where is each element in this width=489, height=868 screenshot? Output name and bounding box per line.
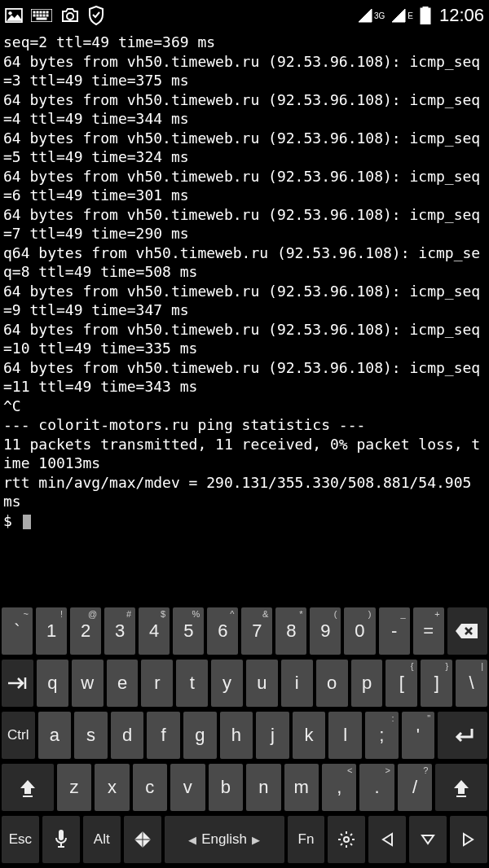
key-v[interactable]: v: [170, 764, 205, 811]
key-j[interactable]: j: [256, 712, 289, 759]
svg-rect-7: [46, 11, 48, 13]
network-e-label: E: [408, 11, 413, 20]
terminal-line: 64 bytes from vh50.timeweb.ru (92.53.96.…: [3, 90, 486, 129]
key-y[interactable]: y: [211, 660, 243, 707]
key-alt-label: |: [481, 661, 483, 671]
key-\[interactable]: \|: [456, 660, 487, 707]
arrow-left-key[interactable]: [368, 816, 406, 863]
key-4[interactable]: 4$: [139, 607, 170, 655]
key-f[interactable]: f: [147, 712, 180, 759]
esc-key[interactable]: Esc: [2, 816, 39, 863]
key-alt-label: *: [299, 609, 302, 619]
camera-icon: [60, 8, 80, 23]
key-7[interactable]: 7&: [241, 607, 272, 655]
key-p[interactable]: p: [351, 660, 383, 707]
shield-icon: [88, 6, 104, 25]
key-9[interactable]: 9(: [310, 607, 341, 655]
key-z[interactable]: z: [57, 764, 91, 811]
shift-left-key[interactable]: [2, 764, 54, 811]
svg-rect-5: [40, 11, 42, 13]
key-3[interactable]: 3#: [104, 607, 135, 655]
svg-point-24: [344, 837, 349, 842]
key-label: 8: [286, 620, 296, 642]
clock: 12:06: [439, 5, 484, 26]
key-label: ;: [379, 725, 384, 746]
key-0[interactable]: 0): [344, 607, 375, 655]
key-label: g: [195, 725, 205, 746]
mic-key[interactable]: [42, 816, 80, 863]
key-n[interactable]: n: [246, 764, 280, 811]
key-b[interactable]: b: [209, 764, 243, 811]
key-=[interactable]: =+: [413, 607, 444, 655]
key-8[interactable]: 8*: [275, 607, 306, 655]
key-x[interactable]: x: [95, 764, 129, 811]
key-a[interactable]: a: [38, 712, 72, 759]
key-label: y: [222, 673, 231, 694]
key-label: d: [122, 725, 132, 746]
key-o[interactable]: o: [316, 660, 348, 707]
key-s[interactable]: s: [74, 712, 108, 759]
key-;[interactable]: ;:: [365, 712, 399, 759]
key-[[interactable]: [{: [385, 660, 417, 707]
key-,[interactable]: ,<: [322, 764, 356, 811]
svg-rect-19: [456, 796, 466, 797]
key-.[interactable]: .>: [359, 764, 394, 811]
svg-rect-9: [37, 15, 38, 16]
key-l[interactable]: l: [328, 712, 362, 759]
shift-right-key[interactable]: [435, 764, 487, 811]
key-g[interactable]: g: [183, 712, 217, 759]
key-label: q: [47, 673, 57, 694]
key--[interactable]: -_: [379, 607, 410, 655]
key-label: s: [86, 725, 95, 746]
key-label: r: [154, 673, 160, 694]
key-label: Fn: [298, 831, 315, 848]
key-i[interactable]: i: [281, 660, 313, 707]
key-1[interactable]: 1!: [36, 607, 67, 655]
key-q[interactable]: q: [37, 660, 68, 707]
key-label: e: [117, 673, 127, 694]
key-t[interactable]: t: [176, 660, 208, 707]
terminal-output[interactable]: seq=2 ttl=49 time=369 ms64 bytes from vh…: [0, 31, 489, 585]
key-c[interactable]: c: [133, 764, 167, 811]
arrow-down-key[interactable]: [409, 816, 447, 863]
key-h[interactable]: h: [220, 712, 253, 759]
key-][interactable]: ]}: [421, 660, 452, 707]
key-k[interactable]: k: [293, 712, 326, 759]
key-alt-label: $: [161, 609, 165, 619]
language-key[interactable]: ◀English▶: [165, 816, 284, 863]
key-label: b: [221, 777, 231, 798]
key-`[interactable]: `~: [2, 607, 33, 655]
terminal-line: rtt min/avg/max/mdev = 290.131/355.330/5…: [3, 473, 486, 511]
alt-key[interactable]: Alt: [83, 816, 121, 863]
backspace-key[interactable]: [447, 607, 487, 655]
terminal-line: 64 bytes from vh50.timeweb.ru (92.53.96.…: [3, 358, 486, 397]
svg-point-14: [67, 13, 73, 20]
ctrl-key[interactable]: Ctrl: [2, 712, 35, 759]
key-'[interactable]: '": [402, 712, 435, 759]
settings-key[interactable]: [328, 816, 365, 863]
key-2[interactable]: 2@: [70, 607, 101, 655]
symbols-key[interactable]: [124, 816, 161, 863]
key-6[interactable]: 6^: [207, 607, 238, 655]
key-alt-label: ): [368, 609, 372, 619]
key-m[interactable]: m: [284, 764, 319, 811]
key-label: k: [305, 725, 314, 746]
enter-key[interactable]: [438, 712, 487, 759]
arrow-right-key[interactable]: [450, 816, 487, 863]
key-/[interactable]: /?: [398, 764, 432, 811]
key-d[interactable]: d: [111, 712, 144, 759]
key-label: c: [145, 777, 154, 798]
key-5[interactable]: 5%: [173, 607, 204, 655]
key-e[interactable]: e: [107, 660, 139, 707]
svg-rect-11: [43, 15, 45, 16]
key-w[interactable]: w: [72, 660, 104, 707]
cursor: [23, 515, 31, 529]
fn-key[interactable]: Fn: [288, 816, 325, 863]
key-label: p: [362, 673, 372, 694]
key-alt-label: !: [60, 609, 63, 619]
tab-key[interactable]: [2, 660, 33, 707]
key-label: o: [327, 673, 337, 694]
key-alt-label: &: [262, 609, 268, 619]
key-r[interactable]: r: [141, 660, 173, 707]
key-u[interactable]: u: [246, 660, 278, 707]
